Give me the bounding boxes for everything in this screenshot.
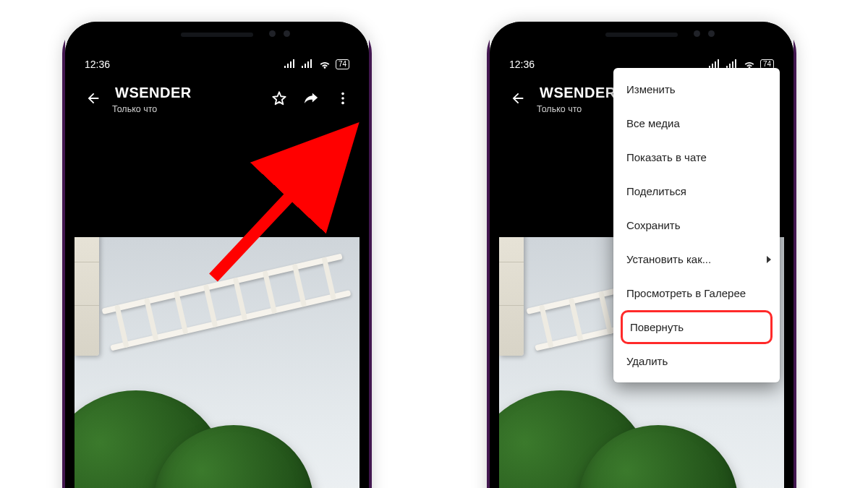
star-button[interactable] xyxy=(267,86,292,111)
back-button[interactable] xyxy=(506,87,529,110)
status-bar: 12:36 74 xyxy=(75,53,359,75)
menu-item-label: Поделиться xyxy=(626,185,686,197)
title-block[interactable]: WSENDER Только что xyxy=(112,83,260,114)
signal-icon xyxy=(284,59,297,69)
menu-item-rotate[interactable]: Повернуть xyxy=(621,310,773,344)
signal-icon xyxy=(301,59,314,69)
status-time: 12:36 xyxy=(85,59,110,70)
arrow-left-icon xyxy=(510,90,526,106)
svg-point-0 xyxy=(341,93,344,95)
chat-name: WSENDER xyxy=(112,83,197,103)
menu-item-all-media[interactable]: Все медиа xyxy=(613,106,780,140)
chevron-right-icon xyxy=(767,256,771,263)
menu-item-label: Изменить xyxy=(626,83,676,95)
back-button[interactable] xyxy=(82,87,105,110)
menu-item-label: Удалить xyxy=(626,355,668,367)
app-bar: WSENDER Только что xyxy=(75,75,359,121)
menu-item-label: Просмотреть в Галерее xyxy=(626,287,746,299)
chat-subtitle: Только что xyxy=(112,104,260,114)
menu-item-label: Показать в чате xyxy=(626,151,707,163)
wifi-icon xyxy=(318,59,331,69)
screen-left: 12:36 74 WSENDER Только что xyxy=(75,53,359,488)
forward-icon xyxy=(303,90,319,106)
svg-point-1 xyxy=(341,97,344,100)
overflow-button[interactable] xyxy=(331,86,355,111)
svg-point-2 xyxy=(341,102,344,105)
phone-bezel xyxy=(65,22,369,53)
menu-item-view-in-gallery[interactable]: Просмотреть в Галерее xyxy=(613,276,780,310)
menu-item-label: Повернуть xyxy=(630,321,684,333)
overflow-menu: Изменить Все медиа Показать в чате Подел… xyxy=(613,68,780,382)
media-photo[interactable] xyxy=(75,237,359,488)
phone-bezel xyxy=(490,22,793,53)
menu-item-label: Сохранить xyxy=(626,219,681,231)
arrow-left-icon xyxy=(85,90,101,106)
menu-item-save[interactable]: Сохранить xyxy=(613,208,780,242)
menu-item-set-as[interactable]: Установить как... xyxy=(613,242,780,276)
status-time: 12:36 xyxy=(509,59,535,70)
menu-item-show-in-chat[interactable]: Показать в чате xyxy=(613,140,780,174)
phone-mockup-left: 12:36 74 WSENDER Только что xyxy=(65,22,369,488)
letterbox-top xyxy=(75,121,359,237)
battery-icon: 74 xyxy=(336,59,349,69)
status-indicators: 74 xyxy=(284,59,349,69)
menu-item-label: Все медиа xyxy=(626,117,680,129)
forward-button[interactable] xyxy=(299,86,323,111)
screen-right: 12:36 74 WSENDER Только что xyxy=(499,53,784,488)
chat-name: WSENDER xyxy=(537,83,622,103)
menu-item-label: Установить как... xyxy=(626,253,711,265)
star-outline-icon xyxy=(271,90,287,106)
menu-item-edit[interactable]: Изменить xyxy=(613,72,780,106)
phone-mockup-right: 12:36 74 WSENDER Только что xyxy=(490,22,793,488)
menu-item-share[interactable]: Поделиться xyxy=(613,174,780,208)
menu-item-delete[interactable]: Удалить xyxy=(613,344,780,378)
more-vert-icon xyxy=(335,90,351,106)
